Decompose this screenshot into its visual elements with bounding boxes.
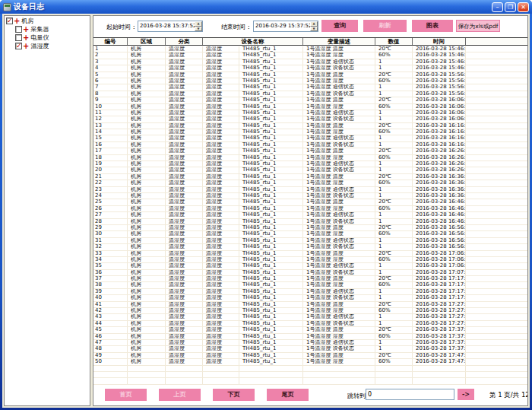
- table-row[interactable]: 27机房温湿度温湿度TH485_rtu_11号温湿度 通信状态12016-03-…: [93, 212, 527, 218]
- table-row[interactable]: 49机房温湿度温湿度TH485_rtu_11号温湿度 温度20℃2016-03-…: [93, 353, 527, 359]
- minimize-button[interactable]: –: [492, 2, 503, 12]
- table-row[interactable]: 48机房温湿度温湿度TH485_rtu_11号温湿度 设备状态12016-03-…: [93, 346, 527, 352]
- tree-expand-icon[interactable]: +: [14, 17, 20, 24]
- spinner-down-icon[interactable]: ▼: [195, 27, 202, 32]
- next-page-button[interactable]: 下页: [213, 389, 255, 401]
- table-row[interactable]: 32机房温湿度温湿度TH485_rtu_11号温湿度 设备状态12016-03-…: [93, 244, 527, 250]
- unchecked-checkbox[interactable]: [15, 26, 22, 33]
- cell-no: 22: [93, 180, 128, 186]
- table-row[interactable]: 13机房温湿度温湿度TH485_rtu_11号温湿度 温度20℃2016-03-…: [93, 123, 527, 129]
- cell-filler: [466, 372, 527, 377]
- table-row[interactable]: 7机房温湿度温湿度TH485_rtu_11号温湿度 通信状态12016-03-2…: [93, 84, 527, 91]
- cell-type: 温湿度: [203, 193, 239, 199]
- table-row[interactable]: [93, 366, 527, 372]
- table-row[interactable]: 3机房温湿度温湿度TH485_rtu_11号温湿度 通信状态12016-03-2…: [93, 59, 527, 65]
- tree-item-2[interactable]: +电量仪: [5, 33, 90, 42]
- table-row[interactable]: 26机房温湿度温湿度TH485_rtu_11号温湿度 湿度60%2016-03-…: [93, 206, 527, 212]
- cell-area: 机房: [128, 116, 166, 122]
- table-row[interactable]: 17机房温湿度温湿度TH485_rtu_11号温湿度 温度20℃2016-03-…: [93, 148, 527, 154]
- table-row[interactable]: 18机房温湿度温湿度TH485_rtu_11号温湿度 湿度60%2016-03-…: [93, 155, 527, 161]
- close-button[interactable]: ✕: [518, 2, 529, 12]
- cell-description: 1号温湿度 通信状态: [303, 238, 375, 243]
- table-row[interactable]: 36机房温湿度温湿度TH485_rtu_11号温湿度 设备状态12016-03-…: [93, 270, 527, 276]
- table-row[interactable]: 40机房温湿度温湿度TH485_rtu_11号温湿度 设备状态12016-03-…: [93, 295, 527, 301]
- cell-time: 2016-03-28 16:06:50: [413, 97, 466, 103]
- table-row[interactable]: 6机房温湿度温湿度TH485_rtu_11号温湿度 湿度60%2016-03-2…: [93, 78, 527, 84]
- prev-page-button[interactable]: 上页: [159, 389, 201, 401]
- cell-time: 2016-03-28 17:37:04: [413, 346, 466, 351]
- tree-expand-icon[interactable]: +: [23, 43, 29, 49]
- first-page-button[interactable]: 首页: [105, 389, 147, 401]
- table-row[interactable]: 23机房温湿度温湿度TH485_rtu_11号温湿度 通信状态12016-03-…: [93, 187, 527, 193]
- save-xls-pdf-button[interactable]: 保存为xls或pdf: [456, 20, 500, 32]
- table-row[interactable]: 4机房温湿度温湿度TH485_rtu_11号温湿度 设备状态12016-03-2…: [93, 65, 527, 72]
- table-row[interactable]: 28机房温湿度温湿度TH485_rtu_11号温湿度 设备状态12016-03-…: [93, 219, 527, 225]
- maximize-button[interactable]: ❐: [505, 2, 516, 12]
- table-row[interactable]: 1机房温湿度温湿度TH485_rtu_11号温湿度 温度20℃2016-03-2…: [93, 46, 527, 52]
- table-row[interactable]: 50机房温湿度温湿度TH485_rtu_11号温湿度 湿度60%2016-03-…: [93, 359, 527, 365]
- table-row[interactable]: 35机房温湿度温湿度TH485_rtu_11号温湿度 通信状态12016-03-…: [93, 263, 527, 269]
- jump-page-input[interactable]: 0: [366, 389, 454, 400]
- table-row[interactable]: 14机房温湿度温湿度TH485_rtu_11号温湿度 湿度60%2016-03-…: [93, 129, 527, 135]
- table-row[interactable]: 20机房温湿度温湿度TH485_rtu_11号温湿度 设备状态12016-03-…: [93, 167, 527, 173]
- table-row[interactable]: 41机房温湿度温湿度TH485_rtu_11号温湿度 温度20℃2016-03-…: [93, 302, 527, 308]
- cell-time: [413, 366, 466, 371]
- last-page-button[interactable]: 尾页: [267, 389, 309, 401]
- table-row[interactable]: 45机房温湿度温湿度TH485_rtu_11号温湿度 温度20℃2016-03-…: [93, 327, 527, 333]
- cell-category: 温湿度: [166, 155, 203, 161]
- query-button[interactable]: 查询: [321, 20, 358, 32]
- checked-checkbox[interactable]: [6, 17, 13, 24]
- start-time-input[interactable]: 2016-03-28 15:37:52 ▲ ▼: [138, 21, 203, 32]
- cell-category: 温湿度: [166, 327, 203, 332]
- tree-item-0[interactable]: +机房: [5, 17, 90, 25]
- table-row[interactable]: 30机房温湿度温湿度TH485_rtu_11号温湿度 湿度60%2016-03-…: [93, 231, 527, 237]
- table-row[interactable]: 39机房温湿度温湿度TH485_rtu_11号温湿度 通信状态12016-03-…: [93, 289, 527, 295]
- table-row[interactable]: 25机房温湿度温湿度TH485_rtu_11号温湿度 温度20℃2016-03-…: [93, 199, 527, 205]
- table-row[interactable]: 21机房温湿度温湿度TH485_rtu_11号温湿度 温度20℃2016-03-…: [93, 174, 527, 180]
- table-row[interactable]: [93, 372, 527, 378]
- cell-no: 43: [93, 314, 128, 319]
- chart-button[interactable]: 图表: [412, 20, 453, 32]
- table-row[interactable]: 42机房温湿度温湿度TH485_rtu_11号温湿度 湿度60%2016-03-…: [93, 308, 527, 314]
- table-row[interactable]: 47机房温湿度温湿度TH485_rtu_11号温湿度 通信状态12016-03-…: [93, 340, 527, 346]
- table-row[interactable]: 33机房温湿度温湿度TH485_rtu_11号温湿度 温度20℃2016-03-…: [93, 251, 527, 257]
- table-row[interactable]: 15机房温湿度温湿度TH485_rtu_11号温湿度 通信状态12016-03-…: [93, 135, 527, 141]
- unchecked-checkbox[interactable]: [15, 34, 22, 41]
- end-time-input[interactable]: 2016-03-29 15:37:52 ▲ ▼: [253, 21, 318, 32]
- table-row[interactable]: 34机房温湿度温湿度TH485_rtu_11号温湿度 湿度60%2016-03-…: [93, 257, 527, 263]
- tree-expand-icon[interactable]: +: [23, 26, 29, 33]
- table-row[interactable]: 37机房温湿度温湿度TH485_rtu_11号温湿度 温度20℃2016-03-…: [93, 276, 527, 282]
- table-row[interactable]: 38机房温湿度温湿度TH485_rtu_11号温湿度 湿度60%2016-03-…: [93, 282, 527, 288]
- go-button[interactable]: ->: [458, 389, 474, 400]
- table-row[interactable]: 19机房温湿度温湿度TH485_rtu_11号温湿度 通信状态12016-03-…: [93, 161, 527, 167]
- tree-item-1[interactable]: +采集器: [5, 25, 90, 33]
- device-tree-panel: +机房+采集器+电量仪+温湿度: [4, 15, 90, 406]
- table-row[interactable]: 24机房温湿度温湿度TH485_rtu_11号温湿度 设备状态12016-03-…: [93, 193, 527, 199]
- checked-checkbox[interactable]: [15, 43, 22, 49]
- cell-time: 2016-03-28 17:27:02: [413, 314, 466, 319]
- refresh-button[interactable]: 刷新: [363, 20, 407, 32]
- spinner-down-icon[interactable]: ▼: [310, 27, 318, 32]
- cell-device: TH485_rtu_1: [239, 199, 303, 205]
- table-row[interactable]: 29机房温湿度温湿度TH485_rtu_11号温湿度 温度20℃2016-03-…: [93, 225, 527, 231]
- table-row[interactable]: 44机房温湿度温湿度TH485_rtu_11号温湿度 设备状态12016-03-…: [93, 321, 527, 327]
- table-row[interactable]: 2机房温湿度温湿度TH485_rtu_11号温湿度 湿度60%2016-03-2…: [93, 52, 527, 59]
- cell-area: 机房: [128, 72, 166, 78]
- cell-filler: [466, 257, 527, 262]
- tree-expand-icon[interactable]: +: [23, 34, 29, 41]
- table-row[interactable]: [93, 378, 527, 384]
- table-row[interactable]: 22机房温湿度温湿度TH485_rtu_11号温湿度 湿度60%2016-03-…: [93, 180, 527, 186]
- table-row[interactable]: 43机房温湿度温湿度TH485_rtu_11号温湿度 通信状态12016-03-…: [93, 314, 527, 320]
- table-row[interactable]: 9机房温湿度温湿度TH485_rtu_11号温湿度 温度20℃2016-03-2…: [93, 97, 527, 103]
- table-row[interactable]: 10机房温湿度温湿度TH485_rtu_11号温湿度 湿度60%2016-03-…: [93, 104, 527, 110]
- table-row[interactable]: 11机房温湿度温湿度TH485_rtu_11号温湿度 通信状态12016-03-…: [93, 110, 527, 116]
- table-row[interactable]: 5机房温湿度温湿度TH485_rtu_11号温湿度 温度20℃2016-03-2…: [93, 72, 527, 78]
- tree-item-3[interactable]: +温湿度: [5, 42, 90, 50]
- table-row[interactable]: 31机房温湿度温湿度TH485_rtu_11号温湿度 通信状态12016-03-…: [93, 238, 527, 244]
- table-row[interactable]: 8机房温湿度温湿度TH485_rtu_11号温湿度 设备状态12016-03-2…: [93, 91, 527, 97]
- table-row[interactable]: 12机房温湿度温湿度TH485_rtu_11号温湿度 设备状态12016-03-…: [93, 116, 527, 122]
- table-row[interactable]: 16机房温湿度温湿度TH485_rtu_11号温湿度 设备状态12016-03-…: [93, 142, 527, 148]
- table-row[interactable]: 46机房温湿度温湿度TH485_rtu_11号温湿度 湿度60%2016-03-…: [93, 334, 527, 340]
- cell-filler: [466, 52, 527, 58]
- cell-category: 温湿度: [166, 91, 203, 97]
